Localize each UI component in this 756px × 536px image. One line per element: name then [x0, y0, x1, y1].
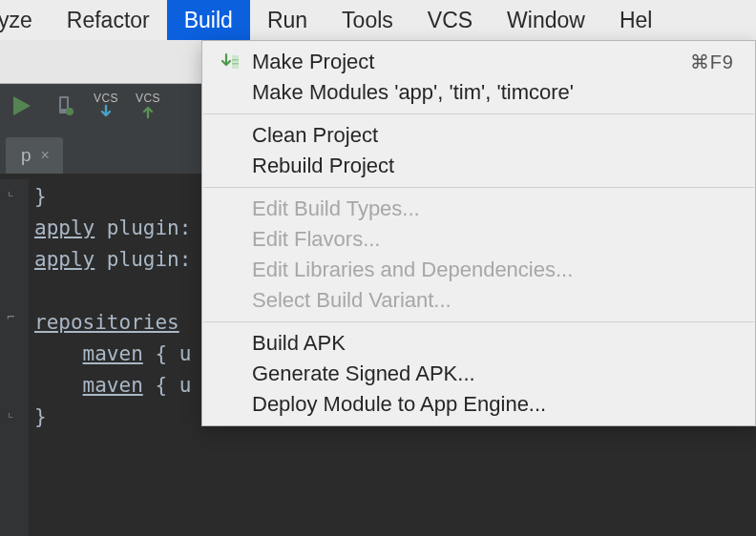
- code-content: } apply plugin: apply plugin: repositori…: [29, 179, 191, 536]
- menu-item-rebuild-project[interactable]: Rebuild Project: [202, 151, 755, 181]
- vcs-label: VCS: [136, 93, 160, 103]
- menubar-item-window[interactable]: Window: [490, 0, 602, 40]
- menu-shortcut: ⌘F9: [690, 51, 734, 73]
- menu-separator: [203, 321, 754, 322]
- arrow-up-icon: [140, 104, 156, 123]
- vcs-label: VCS: [94, 93, 118, 103]
- menu-item-deploy-app-engine[interactable]: Deploy Module to App Engine...: [202, 389, 755, 420]
- menu-item-edit-build-types: Edit Build Types...: [202, 194, 755, 224]
- menu-label: Generate Signed APK...: [252, 361, 734, 386]
- menu-label: Deploy Module to App Engine...: [252, 392, 734, 417]
- menubar-item-analyze[interactable]: yze: [0, 0, 50, 40]
- menu-item-edit-libraries: Edit Libraries and Dependencies...: [202, 255, 755, 285]
- menubar-item-run[interactable]: Run: [250, 0, 325, 40]
- menu-item-make-modules[interactable]: Make Modules 'app', 'tim', 'timcore': [202, 77, 755, 108]
- hammer-down-icon: [220, 51, 242, 73]
- menu-separator: [203, 187, 754, 188]
- menu-label: Select Build Variant...: [252, 288, 734, 313]
- menu-label: Make Modules 'app', 'tim', 'timcore': [252, 80, 734, 105]
- fold-start-icon[interactable]: ⌐: [7, 309, 14, 324]
- menu-item-make-project[interactable]: Make Project ⌘F9: [202, 47, 755, 77]
- vcs-commit-button[interactable]: VCS: [132, 93, 164, 123]
- device-button[interactable]: [48, 92, 80, 124]
- svg-rect-5: [232, 63, 239, 65]
- arrow-down-icon: [98, 104, 114, 123]
- run-button[interactable]: [6, 92, 38, 124]
- menu-label: Make Project: [252, 50, 690, 74]
- file-tab-label: p: [21, 145, 32, 166]
- build-menu-dropdown: Make Project ⌘F9 Make Modules 'app', 'ti…: [201, 40, 756, 426]
- svg-rect-1: [61, 98, 67, 109]
- menu-label: Edit Libraries and Dependencies...: [252, 258, 734, 282]
- svg-rect-3: [232, 55, 239, 69]
- menu-label: Build APK: [252, 331, 734, 356]
- fold-end-icon[interactable]: ⌞: [7, 404, 14, 420]
- menubar: yze Refactor Build Run Tools VCS Window …: [0, 0, 756, 40]
- svg-rect-4: [232, 59, 239, 61]
- menu-separator: [203, 113, 754, 114]
- editor-gutter: ⌞ ⌐ ⌞: [0, 179, 29, 536]
- file-tab[interactable]: p ×: [6, 137, 63, 174]
- menu-item-edit-flavors: Edit Flavors...: [202, 224, 755, 255]
- menu-label: Rebuild Project: [252, 154, 734, 178]
- menu-label: Edit Build Types...: [252, 196, 734, 221]
- menubar-item-build[interactable]: Build: [167, 0, 250, 40]
- menu-item-generate-signed-apk[interactable]: Generate Signed APK...: [202, 359, 755, 389]
- menu-item-clean-project[interactable]: Clean Project: [202, 120, 755, 151]
- svg-point-2: [66, 108, 74, 115]
- close-icon[interactable]: ×: [41, 147, 50, 164]
- menubar-item-tools[interactable]: Tools: [325, 0, 410, 40]
- fold-end-icon[interactable]: ⌞: [7, 183, 14, 198]
- vcs-update-button[interactable]: VCS: [90, 93, 122, 123]
- play-icon: [10, 94, 33, 121]
- menu-label: Edit Flavors...: [252, 227, 734, 252]
- menu-item-select-build-variant: Select Build Variant...: [202, 285, 755, 316]
- menu-label: Clean Project: [252, 123, 734, 148]
- menu-item-build-apk[interactable]: Build APK: [202, 328, 755, 359]
- menubar-item-help[interactable]: Hel: [602, 0, 653, 40]
- menubar-item-vcs[interactable]: VCS: [410, 0, 490, 40]
- device-icon: [52, 94, 75, 121]
- menubar-item-refactor[interactable]: Refactor: [50, 0, 167, 40]
